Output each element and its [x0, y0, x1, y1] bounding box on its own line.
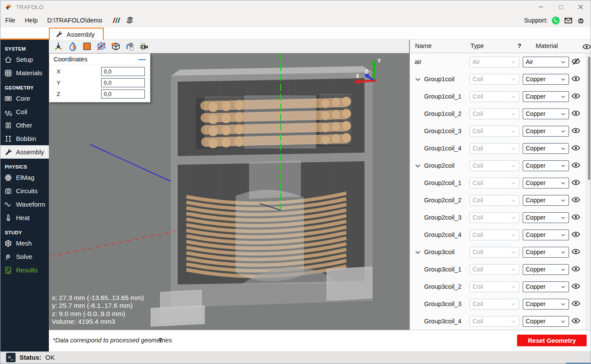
footer-help-icon[interactable]: ?: [158, 336, 162, 344]
project-path[interactable]: D:\TRAFOLO\demo: [42, 17, 107, 24]
sidebar-item-heat[interactable]: Heat: [0, 211, 49, 224]
camera-record-button[interactable]: [138, 41, 150, 52]
close-button[interactable]: [571, 0, 591, 13]
viewport-3d[interactable]: Y X Z Coordinates — XYZ x: 27.3 mm (-13.…: [49, 53, 409, 330]
type-select[interactable]: Coil: [470, 74, 519, 85]
sidebar-item-solve[interactable]: Solve: [0, 250, 49, 263]
coordinate-label: Z: [57, 91, 60, 97]
material-select[interactable]: Copper: [523, 264, 569, 275]
type-select[interactable]: Coil: [470, 247, 519, 258]
type-select[interactable]: Air: [470, 57, 519, 67]
type-select[interactable]: Coil: [470, 126, 519, 137]
sidebar-item-elmag[interactable]: ElMag: [0, 171, 49, 184]
sidebar-item-materials[interactable]: Materials: [0, 66, 49, 80]
vertex-cube-button[interactable]: [110, 41, 121, 52]
scrollbar-thumb[interactable]: [588, 57, 590, 180]
whatsapp-icon[interactable]: [551, 16, 560, 25]
mesh-icon: [4, 239, 13, 248]
menu-file[interactable]: File: [0, 17, 20, 24]
type-select[interactable]: Coil: [470, 212, 519, 223]
type-select[interactable]: Coil: [470, 91, 519, 102]
visibility-toggle-eye-icon[interactable]: [571, 230, 581, 240]
type-select[interactable]: Coil: [470, 195, 519, 206]
material-select[interactable]: Copper: [523, 91, 569, 102]
visibility-toggle-eye-icon[interactable]: [571, 247, 581, 257]
visibility-all-eye-icon[interactable]: [582, 42, 591, 51]
sidebar-item-core[interactable]: Core: [0, 92, 49, 105]
visibility-toggle-eye-icon[interactable]: [571, 143, 581, 153]
coordinate-input-z[interactable]: [101, 89, 145, 99]
visibility-toggle-eye-icon[interactable]: [571, 281, 581, 292]
visibility-toggle-eye-icon[interactable]: [571, 74, 581, 84]
chevron-down-icon[interactable]: [415, 162, 422, 169]
sidebar-item-bobbin[interactable]: Bobbin: [0, 132, 49, 145]
material-select[interactable]: Copper: [523, 195, 569, 206]
material-select[interactable]: Copper: [523, 247, 569, 258]
sidebar-item-assembly[interactable]: Assembly: [0, 145, 49, 159]
visibility-toggle-eye-icon[interactable]: [571, 299, 581, 309]
visibility-toggle-eye-icon[interactable]: [571, 126, 581, 136]
visibility-toggle-eye-icon[interactable]: [571, 264, 581, 275]
type-select[interactable]: Coil: [470, 109, 519, 119]
type-select[interactable]: Coil: [470, 316, 519, 327]
tab-assembly[interactable]: Assembly: [49, 28, 104, 40]
robot-orientation-button[interactable]: [53, 41, 64, 52]
menu-help[interactable]: Help: [20, 17, 42, 24]
coordinate-input-x[interactable]: [101, 67, 145, 76]
collapse-panel-button[interactable]: —: [138, 56, 146, 63]
geometry-name: Group3coil: [410, 249, 454, 256]
visibility-toggle-eye-icon[interactable]: [571, 195, 581, 205]
visibility-toggle-eye-icon[interactable]: [571, 57, 581, 67]
scrollbar[interactable]: [586, 53, 591, 330]
type-select[interactable]: Coil: [470, 160, 519, 171]
chevron-down-icon[interactable]: [415, 76, 422, 83]
minimize-button[interactable]: [531, 0, 551, 13]
sidebar-item-setup[interactable]: Setup: [0, 53, 49, 66]
wireframe-off-button[interactable]: [96, 41, 107, 52]
type-select[interactable]: Coil: [470, 264, 519, 275]
material-select[interactable]: Air: [523, 57, 569, 67]
chevron-down-icon: [511, 284, 516, 290]
sidebar-item-other[interactable]: Other: [0, 118, 49, 132]
type-select[interactable]: Coil: [470, 143, 519, 154]
visibility-toggle-eye-icon[interactable]: [571, 212, 581, 223]
geometry-name: Group3coil_1: [410, 266, 461, 273]
mail-icon[interactable]: [564, 16, 573, 25]
sidebar-item-waveform[interactable]: Waveform: [0, 198, 49, 211]
reset-geometry-button[interactable]: Reset Geometry: [517, 335, 587, 346]
type-select[interactable]: Coil: [470, 299, 519, 310]
material-select[interactable]: Copper: [523, 126, 569, 137]
material-select[interactable]: Copper: [523, 230, 569, 240]
material-select[interactable]: Copper: [523, 160, 569, 171]
droplet-section-button[interactable]: [67, 41, 78, 52]
plane-section-button[interactable]: [81, 41, 93, 52]
material-select[interactable]: Copper: [523, 299, 569, 310]
terminal-icon[interactable]: >_: [6, 353, 16, 362]
chevron-down-icon[interactable]: [415, 249, 422, 256]
material-select[interactable]: Copper: [523, 281, 569, 292]
visibility-toggle-eye-icon[interactable]: [571, 178, 581, 188]
multibody-view-button[interactable]: [124, 41, 135, 52]
maximize-button[interactable]: [551, 0, 571, 13]
column-help-icon[interactable]: ?: [518, 42, 521, 49]
visibility-toggle-eye-icon[interactable]: [571, 316, 581, 326]
bug-icon[interactable]: [576, 16, 585, 25]
visibility-toggle-eye-icon[interactable]: [571, 109, 581, 119]
sidebar-item-mesh[interactable]: Mesh: [0, 236, 49, 250]
visibility-toggle-eye-icon[interactable]: [571, 160, 581, 171]
sidebar-item-coil[interactable]: Coil: [0, 105, 49, 118]
material-select[interactable]: Copper: [523, 316, 569, 327]
sidebar-item-label: Results: [16, 266, 38, 274]
type-select[interactable]: Coil: [470, 178, 519, 188]
visibility-toggle-eye-icon[interactable]: [571, 91, 581, 102]
sidebar-item-results[interactable]: Results: [0, 263, 49, 277]
material-select[interactable]: Copper: [523, 143, 569, 154]
coordinate-input-y[interactable]: [101, 78, 145, 87]
material-select[interactable]: Copper: [523, 212, 569, 223]
material-select[interactable]: Copper: [523, 74, 569, 85]
type-select[interactable]: Coil: [470, 230, 519, 240]
type-select[interactable]: Coil: [470, 281, 519, 292]
sidebar-item-circuits[interactable]: Circuits: [0, 184, 49, 198]
material-select[interactable]: Copper: [523, 178, 569, 188]
material-select[interactable]: Copper: [523, 109, 569, 119]
